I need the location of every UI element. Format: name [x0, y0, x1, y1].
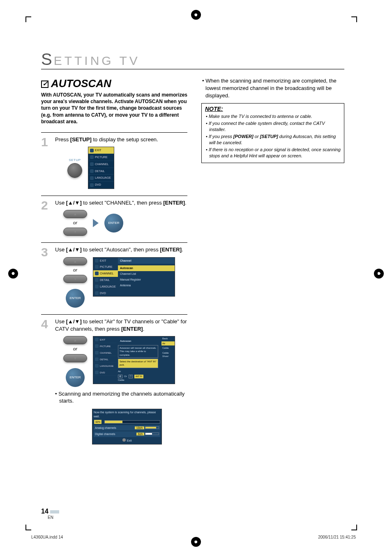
crop-mark: [25, 525, 31, 530]
or-label: or: [73, 267, 77, 273]
registration-mark: [374, 269, 384, 279]
step-1: 1 Press [SETUP] to display the setup scr…: [41, 132, 187, 196]
crop-mark: [351, 525, 357, 530]
osd-progress-panel: Now the system is scanning for channels,…: [92, 409, 162, 444]
osd-autoscan-msg2: Select the destination of "ANT IN" jack.: [118, 359, 158, 368]
autoscan-heading: AUTOSCAN: [41, 77, 187, 90]
note-item: If you connect the cable system directly…: [209, 120, 341, 133]
up-button-icon: [63, 257, 87, 265]
registration-mark: [191, 10, 201, 20]
osd-panel-title: Channel: [118, 258, 175, 264]
step-body: Use [▲/▼] to select "CHANNEL", then pres…: [55, 199, 187, 236]
osd-menu-item-picture: PICTURE: [88, 154, 114, 161]
enter-button-icon: ENTER: [66, 289, 85, 308]
note-item: Make sure the TV is connected to antenna…: [209, 113, 341, 120]
osd-menu-item-detail: DETAIL: [88, 168, 114, 175]
footer-metadata: L4360UA.indd 14 2006/11/21 15:41:25: [31, 535, 356, 539]
up-button-icon: [63, 336, 87, 344]
page-number: 14 EN: [41, 508, 59, 520]
step-number: 1: [41, 136, 51, 148]
note-item: If you press [POWER] or [SETUP] during A…: [209, 134, 341, 146]
osd-menu-item-exit: EXIT: [88, 147, 114, 154]
osd-item-channel-list: Channel List: [118, 271, 175, 277]
osd-item-autoscan: Autoscan: [118, 265, 175, 271]
setup-button-icon: [67, 163, 82, 178]
osd-autoscan-title: Autoscan: [118, 338, 158, 344]
note-heading: NOTE:: [205, 105, 341, 113]
step-body: Press [SETUP] to display the setup scree…: [55, 136, 187, 189]
osd-autoscan-menu: EXIT PICTURE CHANNEL DETAIL LANGUAGE DVD: [93, 336, 175, 384]
osd-opt-cable1h: Cable 1hour: [161, 351, 175, 359]
progress-exit-label: Exit: [127, 439, 132, 442]
setup-button-graphic: SETUP: [67, 158, 82, 178]
setup-label: SETUP: [69, 158, 81, 162]
registration-mark: [8, 269, 18, 279]
digital-channels-row: Digital channels 6ch: [94, 431, 160, 437]
diagram-cable-label: Cable: [118, 378, 158, 382]
or-label: or: [73, 220, 77, 226]
progress-percent: 32%: [94, 420, 101, 424]
osd-opt-air: Air: [161, 341, 175, 345]
osd-menu-item-channel: CHANNEL: [88, 161, 114, 168]
step-4-sub-bullet: • Scanning and memorizing the channels a…: [59, 390, 187, 405]
or-label: or: [73, 346, 77, 352]
autoscan-heading-text: AUTOSCAN: [51, 77, 111, 90]
osd-menu-item-dvd: DVD: [88, 182, 114, 189]
down-button-icon: [63, 354, 87, 362]
completion-note: • When the scanning and memorizing are c…: [205, 77, 344, 100]
step-body: Use [▲/▼] to select "Air" for TV channel…: [55, 318, 187, 444]
step-2: 2 Use [▲/▼] to select "CHANNEL", then pr…: [41, 196, 187, 243]
down-button-icon: [63, 228, 87, 236]
analog-channels-row: Analog channels 10ch: [94, 425, 160, 431]
osd-opt-back: Back: [161, 336, 175, 341]
progress-bar: 32%: [104, 420, 160, 424]
osd-setup-menu: EXIT PICTURE CHANNEL DETAIL LANGUAGE DVD: [88, 147, 114, 189]
autoscan-diagram: ⦿ Or ☐ ANT IN: [118, 375, 158, 378]
step-number: 3: [41, 246, 51, 258]
osd-opt-cable: Cable: [161, 346, 175, 350]
osd-channel-menu: EXIT PICTURE CHANNEL DETAIL LANGUAGE DVD…: [93, 257, 175, 297]
step-number: 4: [41, 318, 51, 330]
crop-mark: [351, 16, 357, 22]
down-button-icon: [63, 275, 87, 283]
osd-item-manual-register: Manual Register: [118, 277, 175, 283]
enter-button-icon: ENTER: [66, 368, 85, 387]
footer-file: L4360UA.indd 14: [31, 535, 63, 539]
arrow-right-icon: [93, 219, 99, 227]
crop-mark: [25, 16, 31, 22]
section-title-initial: S: [41, 50, 55, 69]
step-number: 2: [41, 199, 51, 212]
note-item: If there is no reception or a poor signa…: [209, 147, 341, 159]
osd-autoscan-msg1: Autoscan will rescan all channels. This …: [118, 345, 158, 358]
osd-menu-item-language: LANGUAGE: [88, 175, 114, 182]
checkbox-icon: [41, 81, 48, 88]
progress-title: Now the system is scanning for channels,…: [94, 410, 160, 419]
diagram-air-label: Air: [118, 370, 158, 373]
step-4: 4 Use [▲/▼] to select "Air" for TV chann…: [41, 314, 187, 451]
osd-item-antenna: Antenna: [118, 283, 175, 288]
section-title: S ETTING TV: [41, 50, 344, 70]
footer-timestamp: 2006/11/21 15:41:25: [318, 535, 356, 539]
section-title-rest: ETTING TV: [54, 54, 140, 68]
step-3: 3 Use [▲/▼] to select "Autoscan", then p…: [41, 242, 187, 314]
step-body: Use [▲/▼] to select "Autoscan", then pre…: [55, 246, 187, 308]
note-box: NOTE: Make sure the TV is connected to a…: [201, 103, 344, 164]
enter-button-icon: ENTER: [104, 214, 123, 233]
up-button-icon: [63, 210, 87, 218]
intro-text: With AUTOSCAN, your TV automatically sca…: [41, 92, 187, 125]
